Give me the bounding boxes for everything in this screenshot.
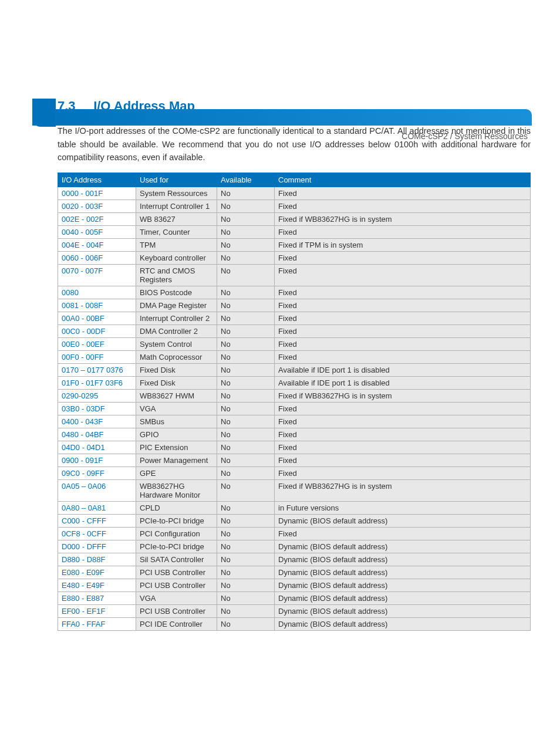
table-cell: 0400 - 043F: [58, 415, 136, 428]
table-cell: Fixed: [275, 226, 531, 239]
table-cell: No: [217, 351, 275, 364]
table-cell: No: [217, 454, 275, 467]
table-cell: Keyboard controller: [136, 252, 217, 265]
table-cell: Fixed if WB83627HG is in system: [275, 480, 531, 502]
table-cell: PIC Extension: [136, 441, 217, 454]
table-cell: TPM: [136, 239, 217, 252]
table-cell: PCIe-to-PCI bridge: [136, 540, 217, 553]
table-row: 00E0 - 00EFSystem ControlNoFixed: [58, 338, 531, 351]
breadcrumb: COMe-cSP2 / System Ressources: [402, 131, 528, 141]
table-cell: Interrupt Controller 1: [136, 200, 217, 213]
table-cell: Fixed: [275, 286, 531, 299]
table-cell: 0900 - 091F: [58, 454, 136, 467]
table-cell: PCI USB Controller: [136, 579, 217, 592]
table-cell: PCI USB Controller: [136, 605, 217, 618]
table-row: 0040 - 005FTimer, CounterNoFixed: [58, 226, 531, 239]
table-row: 0000 - 001FSystem RessourcesNoFixed: [58, 187, 531, 200]
table-cell: Fixed: [275, 415, 531, 428]
table-cell: 00E0 - 00EF: [58, 338, 136, 351]
table-cell: in Future versions: [275, 502, 531, 515]
table-cell: 00C0 - 00DF: [58, 325, 136, 338]
table-cell: E480 - E49F: [58, 579, 136, 592]
table-row: 004E - 004FTPMNoFixed if TPM is in syste…: [58, 239, 531, 252]
table-cell: No: [217, 364, 275, 377]
table-row: 0290-0295WB83627 HWMNoFixed if WB83627HG…: [58, 390, 531, 403]
table-cell: Fixed: [275, 187, 531, 200]
table-cell: FFA0 - FFAF: [58, 618, 136, 631]
table-cell: 0040 - 005F: [58, 226, 136, 239]
table-cell: DMA Page Register: [136, 299, 217, 312]
table-cell: No: [217, 213, 275, 226]
table-cell: No: [217, 390, 275, 403]
table-cell: Dynamic (BIOS default address): [275, 553, 531, 566]
table-cell: Available if IDE port 1 is disabled: [275, 364, 531, 377]
table-cell: BIOS Postcode: [136, 286, 217, 299]
table-cell: Fixed: [275, 454, 531, 467]
table-cell: EF00 - EF1F: [58, 605, 136, 618]
table-cell: WB 83627: [136, 213, 217, 226]
table-cell: No: [217, 286, 275, 299]
table-row: 0080BIOS PostcodeNoFixed: [58, 286, 531, 299]
table-cell: No: [217, 592, 275, 605]
table-cell: PCI USB Controller: [136, 566, 217, 579]
section-intro-paragraph: The I/O-port addresses of the COMe-cSP2 …: [58, 124, 531, 164]
table-cell: Dynamic (BIOS default address): [275, 605, 531, 618]
table-cell: No: [217, 187, 275, 200]
table-row: 00F0 - 00FFMath CoprocessorNoFixed: [58, 351, 531, 364]
table-cell: Timer, Counter: [136, 226, 217, 239]
table-cell: D000 - DFFF: [58, 540, 136, 553]
table-cell: System Control: [136, 338, 217, 351]
table-cell: No: [217, 605, 275, 618]
table-cell: Fixed: [275, 252, 531, 265]
table-row: 03B0 - 03DFVGANoFixed: [58, 403, 531, 415]
table-cell: No: [217, 441, 275, 454]
table-cell: GPIO: [136, 428, 217, 441]
io-address-table: I/O Address Used for Available Comment 0…: [58, 173, 531, 631]
table-cell: 0081 - 008F: [58, 299, 136, 312]
table-cell: 04D0 - 04D1: [58, 441, 136, 454]
table-cell: No: [217, 528, 275, 540]
table-row: 09C0 - 09FFGPENoFixed: [58, 467, 531, 480]
table-cell: Math Coprocessor: [136, 351, 217, 364]
table-cell: E080 - E09F: [58, 566, 136, 579]
table-cell: Dynamic (BIOS default address): [275, 540, 531, 553]
table-cell: No: [217, 467, 275, 480]
table-row: 00C0 - 00DFDMA Controller 2NoFixed: [58, 325, 531, 338]
table-cell: 0290-0295: [58, 390, 136, 403]
table-cell: CPLD: [136, 502, 217, 515]
table-cell: C000 - CFFF: [58, 515, 136, 528]
table-cell: 0070 - 007F: [58, 265, 136, 286]
table-cell: Dynamic (BIOS default address): [275, 618, 531, 631]
table-cell: No: [217, 403, 275, 415]
table-row: 0A05 – 0A06WB83627HG Hardware MonitorNoF…: [58, 480, 531, 502]
table-cell: 0060 - 006F: [58, 252, 136, 265]
table-cell: No: [217, 515, 275, 528]
header-bar-decoration: [32, 109, 532, 126]
table-cell: No: [217, 566, 275, 579]
table-cell: PCI IDE Controller: [136, 618, 217, 631]
table-cell: WB83627 HWM: [136, 390, 217, 403]
table-cell: Fixed: [275, 200, 531, 213]
table-cell: E880 - E887: [58, 592, 136, 605]
table-cell: Fixed: [275, 403, 531, 415]
table-cell: Fixed if WB83627HG is in system: [275, 213, 531, 226]
table-header-cell: Comment: [275, 173, 531, 187]
table-cell: No: [217, 226, 275, 239]
table-cell: Fixed: [275, 441, 531, 454]
table-cell: Dynamic (BIOS default address): [275, 515, 531, 528]
table-cell: 00A0 - 00BF: [58, 312, 136, 325]
table-cell: 03B0 - 03DF: [58, 403, 136, 415]
table-cell: Fixed: [275, 299, 531, 312]
table-cell: Dynamic (BIOS default address): [275, 592, 531, 605]
table-row: E080 - E09FPCI USB ControllerNoDynamic (…: [58, 566, 531, 579]
table-cell: Dynamic (BIOS default address): [275, 566, 531, 579]
table-row: 002E - 002FWB 83627NoFixed if WB83627HG …: [58, 213, 531, 226]
table-cell: No: [217, 325, 275, 338]
table-cell: No: [217, 502, 275, 515]
table-cell: 0170 – 0177 0376: [58, 364, 136, 377]
table-cell: No: [217, 338, 275, 351]
table-cell: Fixed: [275, 428, 531, 441]
table-cell: PCI Configuration: [136, 528, 217, 540]
table-cell: Fixed Disk: [136, 364, 217, 377]
table-cell: 00F0 - 00FF: [58, 351, 136, 364]
